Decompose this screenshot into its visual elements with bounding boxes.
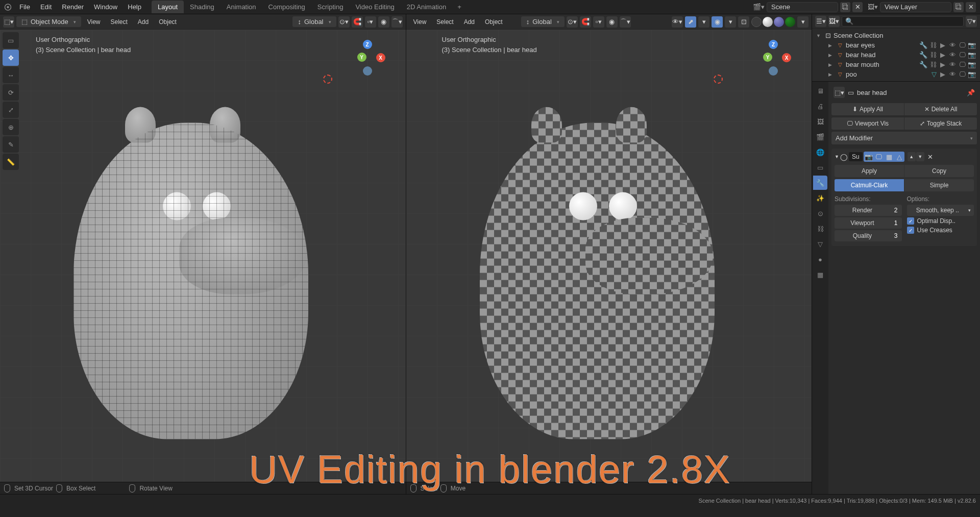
apply-all-button[interactable]: ⬇Apply All	[831, 103, 904, 115]
toggle-stack-button[interactable]: ⤢Toggle Stack	[904, 117, 977, 130]
prop-tab-texture[interactable]: ▦	[813, 267, 827, 282]
viewport-subdiv-field[interactable]: Viewport1	[835, 217, 902, 229]
tool-scale[interactable]: ⤢	[3, 102, 19, 118]
selectable-icon[interactable]: ▶	[939, 61, 947, 68]
apply-button[interactable]: Apply	[835, 165, 904, 177]
workspace-tab-video-editing[interactable]: Video Editing	[349, 1, 400, 13]
props-editor-type[interactable]: ⬚▾	[834, 87, 845, 98]
outliner-scene-collection[interactable]: ▼ ⊡ Scene Collection	[812, 31, 980, 40]
prop-tab-object[interactable]: ▭	[813, 160, 827, 175]
catmull-clark-button[interactable]: Catmull-Clark	[835, 179, 904, 191]
orientation-dropdown[interactable]: ↕Global▾	[292, 16, 336, 27]
xray-toggle[interactable]: ⊡	[738, 16, 749, 28]
outliner-view-mode[interactable]: 🖼▾	[828, 16, 840, 27]
constraint-icon[interactable]: ⛓	[929, 61, 937, 68]
gizmo-neg-z-axis[interactable]	[363, 66, 372, 76]
overlays-toggle[interactable]: ◉	[712, 16, 723, 28]
scene-name-field[interactable]: Scene	[767, 2, 838, 12]
menu-render[interactable]: Render	[57, 3, 89, 11]
proportional-toggle[interactable]: ◉	[606, 16, 618, 28]
render-icon[interactable]: 📷	[968, 41, 976, 49]
vp-menu-add[interactable]: Add	[134, 18, 153, 26]
render-subdiv-field[interactable]: Render2	[835, 205, 902, 216]
menu-window[interactable]: Window	[89, 3, 122, 11]
gizmo-neg-z-axis[interactable]	[769, 66, 778, 76]
render-icon[interactable]: 📷	[968, 70, 976, 78]
mod-cage-toggle[interactable]: △	[894, 152, 904, 162]
scene-browse-icon[interactable]: 🎬▾	[753, 3, 765, 11]
modifier-name-field[interactable]: Su	[849, 152, 863, 161]
mod-editmode-toggle[interactable]: ▦	[884, 152, 894, 162]
outliner-filter[interactable]: ▽▾	[966, 16, 977, 27]
gizmo-options[interactable]: ▾	[698, 16, 709, 28]
quality-field[interactable]: Quality3	[835, 230, 902, 241]
prop-tab-render[interactable]: 🖥	[813, 84, 827, 98]
visibility-icon[interactable]: 👁	[948, 51, 957, 59]
outliner-item-bear-eyes[interactable]: ▶ ▽ bear eyes 🔧⛓▶👁🖵📷	[812, 40, 980, 50]
viewport-icon[interactable]: 🖵	[958, 61, 966, 68]
viewport-icon[interactable]: 🖵	[958, 41, 966, 49]
wrench-icon[interactable]: 🔧	[919, 41, 927, 49]
prop-tab-mesh[interactable]: ▽	[813, 237, 827, 251]
tool-measure[interactable]: 📏	[3, 154, 19, 170]
outliner-search[interactable]: 🔍	[842, 16, 964, 27]
move-up-button[interactable]: ▲	[908, 152, 916, 161]
tool-transform[interactable]: ⊕	[3, 119, 19, 135]
nav-gizmo[interactable]: Z Y X	[755, 40, 791, 76]
viewport-icon[interactable]: 🖵	[958, 70, 966, 78]
prop-tab-scene[interactable]: 🎬	[813, 130, 827, 144]
collapse-icon[interactable]: ▼	[835, 154, 839, 159]
prop-tab-output[interactable]: 🖨	[813, 99, 827, 113]
mesh-bear-textured[interactable]	[480, 123, 715, 439]
shading-options[interactable]: ▾	[797, 16, 808, 28]
vp-menu-select[interactable]: Select	[107, 18, 132, 26]
outliner-item-poo[interactable]: ▶ ▽ poo ▽ ▶👁🖵📷	[812, 69, 980, 79]
viewport-vis-button[interactable]: 🖵Viewport Vis	[831, 117, 904, 130]
move-down-button[interactable]: ▼	[916, 152, 924, 161]
blender-logo-icon[interactable]	[0, 0, 14, 14]
pin-icon[interactable]: 📌	[967, 89, 975, 96]
vp-menu-object[interactable]: Object	[155, 18, 181, 26]
delete-layer-button[interactable]: ✕	[966, 2, 976, 12]
expand-icon[interactable]: ▶	[828, 53, 835, 58]
editor-type-dropdown[interactable]: ⬚▾	[3, 16, 14, 28]
remove-modifier-button[interactable]: ✕	[927, 153, 933, 161]
outliner-item-bear-head[interactable]: ▶ ▽ bear head 🔧⛓▶👁🖵📷	[812, 50, 980, 60]
prop-tab-modifiers[interactable]: 🔧	[813, 176, 827, 190]
orientation-dropdown[interactable]: ↕Global▾	[521, 16, 565, 27]
expand-icon[interactable]: ▶	[828, 62, 835, 67]
menu-help[interactable]: Help	[122, 3, 146, 11]
snap-toggle[interactable]: 🧲	[352, 16, 363, 28]
viewport-icon[interactable]: 🖵	[958, 51, 966, 59]
tool-cursor[interactable]: ✥	[3, 50, 19, 66]
workspace-tab-scripting[interactable]: Scripting	[311, 1, 350, 13]
shading-solid[interactable]	[763, 17, 773, 27]
outliner-display-mode[interactable]: ☰▾	[815, 16, 826, 27]
workspace-tab-animation[interactable]: Animation	[220, 1, 262, 13]
collapse-icon[interactable]: ▼	[816, 33, 822, 38]
selectable-icon[interactable]: ▶	[939, 51, 947, 59]
tool-rotate[interactable]: ⟳	[3, 84, 19, 101]
visibility-icon[interactable]: 👁	[948, 41, 957, 49]
mod-realtime-toggle[interactable]: 🖵	[874, 152, 884, 162]
render-icon[interactable]: 📷	[968, 51, 976, 59]
proportional-options[interactable]: ⌒▾	[620, 16, 631, 28]
vp-menu-object[interactable]: Object	[481, 18, 507, 26]
prop-tab-physics[interactable]: ⊙	[813, 206, 827, 220]
gizmo-x-axis[interactable]: X	[376, 53, 385, 62]
prop-tab-particles[interactable]: ✨	[813, 191, 827, 205]
render-icon[interactable]: 📷	[968, 61, 976, 68]
menu-edit[interactable]: Edit	[35, 3, 57, 11]
constraint-icon[interactable]: ⛓	[929, 41, 937, 49]
gizmo-z-axis[interactable]: Z	[363, 40, 372, 49]
constraint-icon[interactable]: ⛓	[929, 51, 937, 59]
overlays-options[interactable]: ▾	[725, 16, 736, 28]
use-creases-checkbox[interactable]: ✓	[907, 227, 914, 234]
new-layer-button[interactable]: ⿻	[953, 2, 964, 12]
gizmo-z-axis[interactable]: Z	[769, 40, 778, 49]
nav-gizmo[interactable]: Z Y X	[350, 40, 385, 76]
wrench-icon[interactable]: 🔧	[919, 61, 927, 68]
copy-button[interactable]: Copy	[904, 165, 974, 177]
object-types-visibility[interactable]: 👁▾	[672, 16, 683, 28]
tool-move[interactable]: ↔	[3, 67, 19, 83]
